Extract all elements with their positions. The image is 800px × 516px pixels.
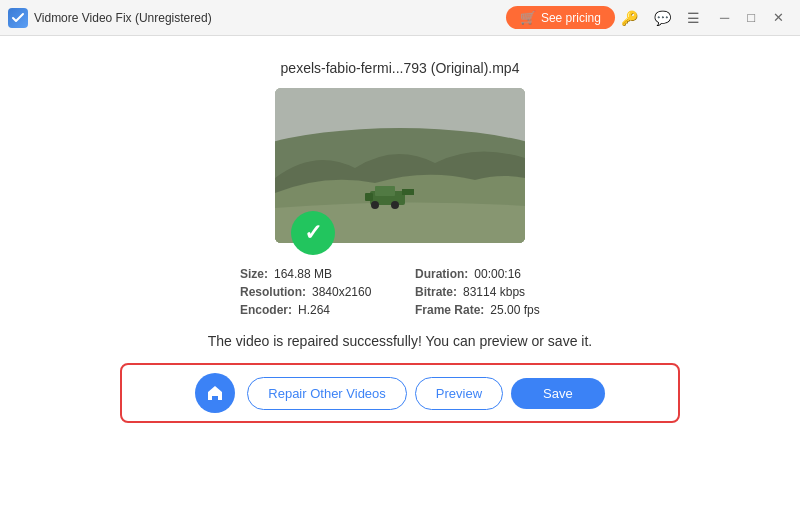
- app-logo: Vidmore Video Fix (Unregistered): [8, 8, 506, 28]
- bitrate-value: 83114 kbps: [463, 285, 525, 299]
- resolution-value: 3840x2160: [312, 285, 371, 299]
- bottom-actions-bar: Repair Other Videos Preview Save: [120, 363, 680, 423]
- resolution-label: Resolution:: [240, 285, 306, 299]
- success-message: The video is repaired successfully! You …: [208, 333, 592, 349]
- bitrate-label: Bitrate:: [415, 285, 457, 299]
- preview-button[interactable]: Preview: [415, 377, 503, 410]
- home-icon: [205, 383, 225, 403]
- cart-icon: 🛒: [520, 10, 536, 25]
- duration-value: 00:00:16: [474, 267, 521, 281]
- search-icon-button[interactable]: 🔑: [615, 6, 644, 30]
- save-button[interactable]: Save: [511, 378, 605, 409]
- home-button[interactable]: [195, 373, 235, 413]
- framerate-row: Frame Rate: 25.00 fps: [415, 303, 560, 317]
- main-content: pexels-fabio-fermi...793 (Original).mp4: [0, 36, 800, 516]
- bitrate-row: Bitrate: 83114 kbps: [415, 285, 560, 299]
- maximize-button[interactable]: □: [739, 6, 763, 29]
- size-row: Size: 164.88 MB: [240, 267, 385, 281]
- resolution-row: Resolution: 3840x2160: [240, 285, 385, 299]
- framerate-label: Frame Rate:: [415, 303, 484, 317]
- success-badge: ✓: [291, 211, 335, 255]
- encoder-label: Encoder:: [240, 303, 292, 317]
- window-controls: ─ □ ✕: [712, 6, 792, 29]
- framerate-value: 25.00 fps: [490, 303, 539, 317]
- video-info: Size: 164.88 MB Duration: 00:00:16 Resol…: [240, 267, 560, 317]
- size-label: Size:: [240, 267, 268, 281]
- app-logo-icon: [8, 8, 28, 28]
- app-title: Vidmore Video Fix (Unregistered): [34, 11, 212, 25]
- close-button[interactable]: ✕: [765, 6, 792, 29]
- see-pricing-button[interactable]: 🛒 See pricing: [506, 6, 615, 29]
- encoder-value: H.264: [298, 303, 330, 317]
- pricing-label: See pricing: [541, 11, 601, 25]
- encoder-row: Encoder: H.264: [240, 303, 385, 317]
- video-container: ✓: [275, 88, 525, 243]
- title-bar-actions: 🔑 💬 ☰: [615, 6, 706, 30]
- repair-other-button[interactable]: Repair Other Videos: [247, 377, 407, 410]
- duration-row: Duration: 00:00:16: [415, 267, 560, 281]
- video-filename: pexels-fabio-fermi...793 (Original).mp4: [281, 60, 520, 76]
- duration-label: Duration:: [415, 267, 468, 281]
- menu-icon-button[interactable]: ☰: [681, 6, 706, 30]
- chat-icon-button[interactable]: 💬: [648, 6, 677, 30]
- title-bar: Vidmore Video Fix (Unregistered) 🛒 See p…: [0, 0, 800, 36]
- size-value: 164.88 MB: [274, 267, 332, 281]
- minimize-button[interactable]: ─: [712, 6, 737, 29]
